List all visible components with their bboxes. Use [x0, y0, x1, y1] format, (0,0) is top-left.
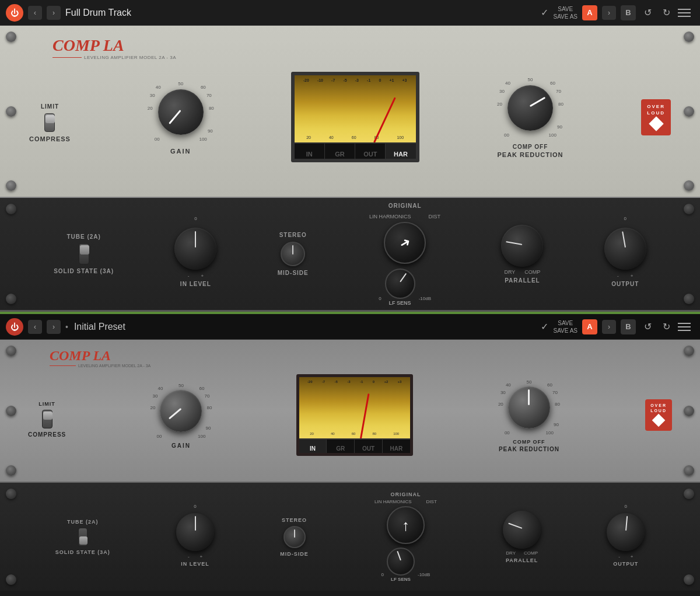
parallel-label-1: PARALLEL — [505, 277, 540, 284]
stereo-label-1: STEREO — [279, 232, 307, 238]
logo-sub-1: LEVELING AMPLIFIER MODEL 2A - 3A — [84, 55, 176, 60]
redo-button-2[interactable]: ↻ — [659, 320, 673, 334]
comp-panel-2: COMP LA LEVELING AMPLIFIER MODEL 2A - 3A… — [0, 340, 700, 483]
undo-button-2[interactable]: ↺ — [640, 320, 654, 334]
vu-out-btn-2[interactable]: OUT — [355, 440, 383, 456]
tube-solid-switch-2[interactable] — [78, 528, 88, 546]
vu-in-btn-1[interactable]: IN — [295, 144, 325, 162]
check-button-1[interactable]: ✓ — [541, 7, 548, 18]
original-label-1: ORIGINAL — [388, 203, 422, 209]
screw-d2-tr — [684, 489, 694, 499]
gain-knob-2[interactable] — [160, 390, 202, 432]
screw-d2-br — [684, 574, 694, 585]
preset-title-2: Initial Preset — [74, 322, 537, 332]
compress-switch-1[interactable] — [44, 113, 55, 132]
slot-a-button-2[interactable]: A — [582, 319, 597, 334]
screw-dark-tl-1 — [6, 204, 16, 214]
screw-p2-bl — [6, 465, 16, 476]
mid-side-label-2: MID-SIDE — [280, 551, 309, 557]
output-knob-1[interactable] — [604, 228, 646, 270]
dry-label-1: DRY — [505, 269, 516, 275]
dark-panel-2: TUBE (2A) SOLID STATE (3A) 0 -+ IN LEVEL… — [0, 483, 700, 591]
harmonics-dial-2[interactable]: ↑ — [387, 506, 425, 544]
slot-a-button-1[interactable]: A — [582, 5, 597, 20]
in-level-label-1: IN LEVEL — [180, 281, 211, 287]
check-button-2[interactable]: ✓ — [541, 321, 548, 332]
stereo-midsides-dial-1[interactable] — [281, 242, 305, 266]
gain-label-2: GAIN — [172, 442, 191, 449]
parallel-knob-1[interactable] — [501, 225, 543, 267]
peak-reduction-knob-1[interactable] — [508, 85, 553, 131]
menu-button-1[interactable] — [678, 5, 694, 21]
solid-state-label-2: SOLID STATE (3A) — [55, 549, 110, 555]
screw-mr-1 — [684, 106, 694, 117]
lf-sens-dial-1[interactable] — [385, 269, 415, 299]
tube-solid-switch-1[interactable] — [79, 243, 89, 264]
screw-dark-br-1 — [684, 294, 694, 304]
vu-gr-btn-1[interactable]: GR — [325, 144, 355, 162]
vu-har-btn-1[interactable]: HAR — [386, 144, 415, 162]
solid-state-label-1: SOLID STATE (3A) — [54, 268, 114, 274]
logo-sub-2: LEVELING AMPLIFIER MODEL 2A - 3A — [78, 364, 150, 368]
save-as-button-2[interactable]: SAVE AS — [553, 327, 578, 334]
redo-button-1[interactable]: ↻ — [659, 6, 673, 20]
preset-title-1: Full Drum Track — [65, 8, 536, 18]
mid-side-label-1: MID-SIDE — [278, 270, 309, 276]
dark-panel-1: TUBE (2A) SOLID STATE (3A) 0 -+ IN LEVEL… — [0, 198, 700, 312]
original-label-2: ORIGINAL — [390, 492, 421, 497]
vu-out-btn-1[interactable]: OUT — [355, 144, 386, 162]
next-button-2[interactable]: › — [47, 320, 61, 334]
in-level-knob-1[interactable] — [174, 228, 216, 270]
screw-dark-tr-1 — [684, 204, 694, 214]
output-knob-2[interactable] — [607, 513, 645, 551]
lf-db-label-1: -10dB — [419, 296, 431, 301]
screw-tr-1 — [684, 32, 694, 42]
prev-button-2[interactable]: ‹ — [28, 320, 42, 334]
ab-arrow-1[interactable]: › — [602, 6, 616, 20]
undo-button-1[interactable]: ↺ — [640, 6, 654, 20]
save-button-1[interactable]: SAVE — [558, 5, 573, 13]
comp-label-1: COMP — [524, 269, 540, 275]
screw-d2-tl — [6, 489, 16, 499]
screw-br-1 — [684, 180, 694, 191]
slot-b-button-2[interactable]: B — [621, 319, 636, 334]
harmonics-dial-1[interactable]: ➜ — [384, 222, 426, 264]
vu-meter-2: -20 -7 -5 -3 -1 0 +2 +3 20 40 60 80 — [296, 374, 413, 456]
peak-reduction-knob-2[interactable] — [508, 386, 550, 428]
logo-text-2: COMP LA — [50, 348, 150, 364]
screw-p2-tr — [684, 346, 694, 356]
vu-meter-1: -20 -10 -7 -5 -3 -1 0 +1 +3 20 40 60 — [291, 72, 419, 162]
comp-panel-1: COMP LA LEVELING AMPLIFIER MODEL 2A - 3A… — [0, 26, 700, 198]
stereo-midsides-dial-2[interactable] — [284, 526, 306, 548]
ab-arrow-2[interactable]: › — [602, 320, 616, 334]
gain-knob-1[interactable] — [158, 89, 204, 135]
lf-sens-dial-2[interactable] — [387, 548, 415, 576]
comp-off-label-2: COMP OFF — [513, 439, 545, 445]
in-level-knob-2[interactable] — [176, 513, 214, 551]
screw-ml-1 — [6, 106, 16, 117]
menu-button-2[interactable] — [678, 319, 694, 335]
parallel-knob-2[interactable] — [503, 511, 541, 549]
logo-area-2: COMP LA LEVELING AMPLIFIER MODEL 2A - 3A — [50, 348, 150, 368]
save-group-2: SAVE SAVE AS — [553, 319, 578, 334]
screw-p2-mr — [684, 406, 694, 416]
lf-0-label-2: 0 — [382, 572, 384, 577]
save-as-button-1[interactable]: SAVE AS — [553, 13, 578, 20]
dry-label-2: DRY — [506, 550, 516, 556]
vu-har-btn-2[interactable]: HAR — [383, 440, 410, 456]
comp-label-2: COMP — [524, 550, 538, 556]
prev-button-1[interactable]: ‹ — [28, 6, 42, 20]
lf-sens-label-2: LF SENS — [391, 577, 411, 582]
screw-tl-1 — [6, 32, 16, 42]
save-button-2[interactable]: SAVE — [558, 319, 573, 327]
slot-b-button-1[interactable]: B — [621, 5, 636, 20]
power-button-2[interactable]: ⏻ — [6, 318, 23, 336]
compress-switch-2[interactable] — [42, 410, 52, 428]
next-button-1[interactable]: › — [47, 6, 61, 20]
vu-in-btn-2[interactable]: IN — [299, 440, 327, 456]
power-button-1[interactable]: ⏻ — [6, 4, 23, 22]
navbar-1: ⏻ ‹ › Full Drum Track ✓ SAVE SAVE AS A ›… — [0, 0, 700, 26]
vu-gr-btn-2[interactable]: GR — [327, 440, 355, 456]
compress-label-2: COMPRESS — [28, 431, 66, 438]
logo-area-1: COMP LA LEVELING AMPLIFIER MODEL 2A - 3A — [52, 36, 176, 60]
